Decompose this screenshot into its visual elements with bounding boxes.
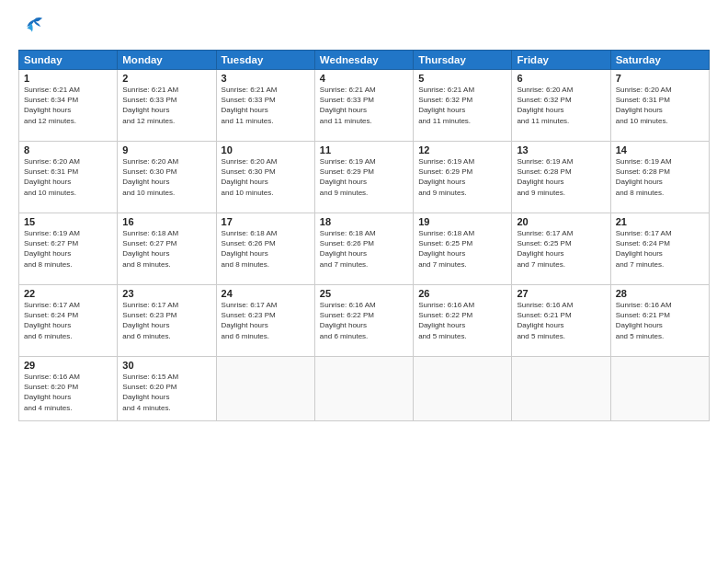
calendar-cell: 16Sunrise: 6:18 AMSunset: 6:27 PMDayligh… xyxy=(118,213,216,285)
cell-details: Sunrise: 6:17 AMSunset: 6:25 PMDaylight … xyxy=(517,228,605,270)
day-number: 27 xyxy=(517,288,605,299)
cell-details: Sunrise: 6:21 AMSunset: 6:34 PMDaylight … xyxy=(24,85,112,126)
day-number: 2 xyxy=(122,73,210,84)
cell-details: Sunrise: 6:16 AMSunset: 6:22 PMDaylight … xyxy=(320,300,408,341)
day-header-friday: Friday xyxy=(512,51,610,70)
cell-details: Sunrise: 6:19 AMSunset: 6:28 PMDaylight … xyxy=(517,156,605,198)
day-number: 11 xyxy=(320,144,408,155)
calendar-cell: 28Sunrise: 6:16 AMSunset: 6:21 PMDayligh… xyxy=(610,285,709,357)
calendar-cell: 10Sunrise: 6:20 AMSunset: 6:30 PMDayligh… xyxy=(216,142,314,213)
cell-details: Sunrise: 6:19 AMSunset: 6:29 PMDaylight … xyxy=(320,156,408,198)
cell-details: Sunrise: 6:17 AMSunset: 6:23 PMDaylight … xyxy=(122,300,210,341)
day-number: 24 xyxy=(222,288,310,299)
cell-details: Sunrise: 6:20 AMSunset: 6:30 PMDaylight … xyxy=(122,156,210,198)
calendar-cell: 3Sunrise: 6:21 AMSunset: 6:33 PMDaylight… xyxy=(216,70,314,142)
calendar-cell xyxy=(414,357,512,421)
calendar-body: 1Sunrise: 6:21 AMSunset: 6:34 PMDaylight… xyxy=(19,70,710,421)
cell-details: Sunrise: 6:20 AMSunset: 6:31 PMDaylight … xyxy=(616,85,704,126)
cell-details: Sunrise: 6:17 AMSunset: 6:24 PMDaylight … xyxy=(24,300,112,341)
calendar-cell: 21Sunrise: 6:17 AMSunset: 6:24 PMDayligh… xyxy=(610,213,709,285)
cell-details: Sunrise: 6:19 AMSunset: 6:27 PMDaylight … xyxy=(24,228,112,270)
calendar-cell xyxy=(216,357,314,421)
calendar-cell: 15Sunrise: 6:19 AMSunset: 6:27 PMDayligh… xyxy=(19,213,118,285)
day-number: 6 xyxy=(517,73,605,84)
day-number: 21 xyxy=(616,216,704,227)
calendar-table: SundayMondayTuesdayWednesdayThursdayFrid… xyxy=(18,50,710,421)
calendar-week-3: 15Sunrise: 6:19 AMSunset: 6:27 PMDayligh… xyxy=(19,213,710,285)
cell-details: Sunrise: 6:16 AMSunset: 6:21 PMDaylight … xyxy=(616,300,704,341)
cell-details: Sunrise: 6:16 AMSunset: 6:20 PMDaylight … xyxy=(24,372,112,413)
day-number: 7 xyxy=(616,73,704,84)
cell-details: Sunrise: 6:21 AMSunset: 6:33 PMDaylight … xyxy=(122,85,210,126)
day-number: 15 xyxy=(24,216,112,227)
day-number: 4 xyxy=(320,73,408,84)
day-header-sunday: Sunday xyxy=(19,51,118,70)
day-number: 20 xyxy=(517,216,605,227)
day-number: 17 xyxy=(222,216,310,227)
day-header-monday: Monday xyxy=(118,51,216,70)
cell-details: Sunrise: 6:19 AMSunset: 6:29 PMDaylight … xyxy=(418,156,506,198)
calendar-cell: 19Sunrise: 6:18 AMSunset: 6:25 PMDayligh… xyxy=(414,213,512,285)
day-number: 8 xyxy=(24,144,112,155)
day-number: 30 xyxy=(122,360,210,371)
day-number: 23 xyxy=(122,288,210,299)
cell-details: Sunrise: 6:15 AMSunset: 6:20 PMDaylight … xyxy=(122,372,210,413)
calendar-cell: 23Sunrise: 6:17 AMSunset: 6:23 PMDayligh… xyxy=(118,285,216,357)
calendar-cell: 29Sunrise: 6:16 AMSunset: 6:20 PMDayligh… xyxy=(19,357,118,421)
day-number: 13 xyxy=(517,144,605,155)
cell-details: Sunrise: 6:16 AMSunset: 6:21 PMDaylight … xyxy=(517,300,605,341)
cell-details: Sunrise: 6:17 AMSunset: 6:23 PMDaylight … xyxy=(222,300,310,341)
calendar-cell: 11Sunrise: 6:19 AMSunset: 6:29 PMDayligh… xyxy=(314,142,413,213)
calendar-cell: 12Sunrise: 6:19 AMSunset: 6:29 PMDayligh… xyxy=(414,142,512,213)
day-number: 12 xyxy=(418,144,506,155)
day-number: 25 xyxy=(320,288,408,299)
cell-details: Sunrise: 6:18 AMSunset: 6:27 PMDaylight … xyxy=(122,228,210,270)
day-number: 3 xyxy=(222,73,310,84)
cell-details: Sunrise: 6:17 AMSunset: 6:24 PMDaylight … xyxy=(616,228,704,270)
cell-details: Sunrise: 6:16 AMSunset: 6:22 PMDaylight … xyxy=(418,300,506,341)
calendar-cell: 22Sunrise: 6:17 AMSunset: 6:24 PMDayligh… xyxy=(19,285,118,357)
cell-details: Sunrise: 6:18 AMSunset: 6:26 PMDaylight … xyxy=(320,228,408,270)
day-header-thursday: Thursday xyxy=(414,51,512,70)
day-header-saturday: Saturday xyxy=(610,51,709,70)
calendar-week-4: 22Sunrise: 6:17 AMSunset: 6:24 PMDayligh… xyxy=(19,285,710,357)
cell-details: Sunrise: 6:18 AMSunset: 6:25 PMDaylight … xyxy=(418,228,506,270)
logo-icon xyxy=(18,15,44,40)
day-header-tuesday: Tuesday xyxy=(216,51,314,70)
calendar-cell: 9Sunrise: 6:20 AMSunset: 6:30 PMDaylight… xyxy=(118,142,216,213)
cell-details: Sunrise: 6:21 AMSunset: 6:33 PMDaylight … xyxy=(222,85,310,126)
logo xyxy=(18,15,48,40)
cell-details: Sunrise: 6:19 AMSunset: 6:28 PMDaylight … xyxy=(616,156,704,198)
calendar-cell: 20Sunrise: 6:17 AMSunset: 6:25 PMDayligh… xyxy=(512,213,610,285)
day-number: 14 xyxy=(616,144,704,155)
calendar-cell: 8Sunrise: 6:20 AMSunset: 6:31 PMDaylight… xyxy=(19,142,118,213)
day-header-wednesday: Wednesday xyxy=(314,51,413,70)
day-number: 28 xyxy=(616,288,704,299)
calendar-cell: 30Sunrise: 6:15 AMSunset: 6:20 PMDayligh… xyxy=(118,357,216,421)
calendar-header: SundayMondayTuesdayWednesdayThursdayFrid… xyxy=(19,51,710,70)
calendar-cell: 14Sunrise: 6:19 AMSunset: 6:28 PMDayligh… xyxy=(610,142,709,213)
calendar-cell xyxy=(512,357,610,421)
calendar-cell: 1Sunrise: 6:21 AMSunset: 6:34 PMDaylight… xyxy=(19,70,118,142)
cell-details: Sunrise: 6:20 AMSunset: 6:30 PMDaylight … xyxy=(222,156,310,198)
day-number: 9 xyxy=(122,144,210,155)
header-row: SundayMondayTuesdayWednesdayThursdayFrid… xyxy=(19,51,710,70)
cell-details: Sunrise: 6:21 AMSunset: 6:32 PMDaylight … xyxy=(418,85,506,126)
cell-details: Sunrise: 6:18 AMSunset: 6:26 PMDaylight … xyxy=(222,228,310,270)
calendar-cell: 6Sunrise: 6:20 AMSunset: 6:32 PMDaylight… xyxy=(512,70,610,142)
day-number: 19 xyxy=(418,216,506,227)
calendar-cell: 4Sunrise: 6:21 AMSunset: 6:33 PMDaylight… xyxy=(314,70,413,142)
day-number: 26 xyxy=(418,288,506,299)
calendar-cell: 17Sunrise: 6:18 AMSunset: 6:26 PMDayligh… xyxy=(216,213,314,285)
calendar-cell: 13Sunrise: 6:19 AMSunset: 6:28 PMDayligh… xyxy=(512,142,610,213)
calendar-week-5: 29Sunrise: 6:16 AMSunset: 6:20 PMDayligh… xyxy=(19,357,710,421)
cell-details: Sunrise: 6:20 AMSunset: 6:32 PMDaylight … xyxy=(517,85,605,126)
calendar-cell: 27Sunrise: 6:16 AMSunset: 6:21 PMDayligh… xyxy=(512,285,610,357)
calendar-cell: 5Sunrise: 6:21 AMSunset: 6:32 PMDaylight… xyxy=(414,70,512,142)
page: SundayMondayTuesdayWednesdayThursdayFrid… xyxy=(0,0,728,563)
calendar-cell: 2Sunrise: 6:21 AMSunset: 6:33 PMDaylight… xyxy=(118,70,216,142)
header xyxy=(18,15,710,40)
calendar-week-1: 1Sunrise: 6:21 AMSunset: 6:34 PMDaylight… xyxy=(19,70,710,142)
calendar-cell xyxy=(314,357,413,421)
calendar-cell: 26Sunrise: 6:16 AMSunset: 6:22 PMDayligh… xyxy=(414,285,512,357)
